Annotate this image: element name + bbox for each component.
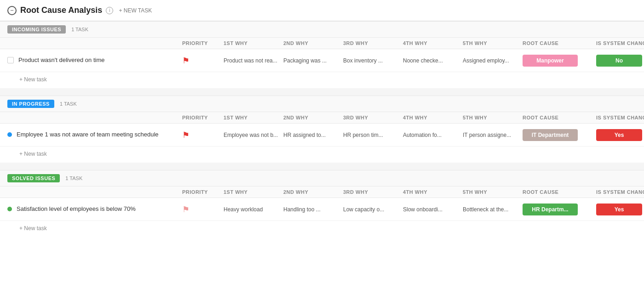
col-header-6: 5TH WHY [463, 115, 523, 120]
col-header-4: 3RD WHY [343, 189, 403, 195]
col-header-8: IS SYSTEM CHANGE REQUIRED? [596, 115, 644, 120]
task-count-inprogress: 1 TASK [60, 101, 637, 107]
section-badge-inprogress: IN PROGRESS [7, 100, 54, 108]
table-row[interactable]: Product wasn't delivered on time⚑Product… [0, 49, 644, 72]
system-change-cell: No [596, 55, 644, 67]
section-solved: SOLVED ISSUES1 TASKPRIORITY1ST WHY2ND WH… [0, 170, 644, 237]
why4-cell: Slow onboardi... [403, 206, 463, 213]
root-cause-badge: IT Department [523, 129, 578, 141]
task-checkbox[interactable] [7, 57, 14, 63]
col-header-1: PRIORITY [182, 40, 224, 46]
col-header-5: 4TH WHY [403, 115, 463, 120]
new-task-link[interactable]: + New task [19, 151, 47, 157]
col-header-6: 5TH WHY [463, 40, 523, 46]
root-cause-badge: Manpower [523, 55, 578, 67]
col-header-1: PRIORITY [182, 115, 224, 120]
why4-cell: Noone checke... [403, 57, 463, 64]
why3-cell: HR person tim... [343, 132, 403, 138]
new-task-row-incoming: + New task [0, 72, 644, 88]
page: Root Cause Analysis i + NEW TASK INCOMIN… [0, 0, 644, 294]
root-cause-cell: IT Department [523, 129, 596, 141]
system-change-cell: Yes [596, 204, 644, 215]
why2-cell: HR assigned to... [283, 132, 343, 138]
task-dot [7, 132, 12, 137]
col-header-1: PRIORITY [182, 189, 224, 195]
priority-flag-icon: ⚑ [182, 130, 190, 140]
section-header-inprogress: IN PROGRESS1 TASK [0, 96, 644, 112]
col-headers-incoming: PRIORITY1ST WHY2ND WHY3RD WHY4TH WHY5TH … [0, 38, 644, 49]
col-headers-solved: PRIORITY1ST WHY2ND WHY3RD WHY4TH WHY5TH … [0, 187, 644, 198]
col-header-2: 1ST WHY [224, 40, 283, 46]
col-header-2: 1ST WHY [224, 115, 283, 120]
col-header-5: 4TH WHY [403, 189, 463, 195]
collapse-icon[interactable] [7, 6, 17, 15]
priority-cell: ⚑ [182, 204, 224, 215]
why3-cell: Low capacity o... [343, 206, 403, 213]
priority-cell: ⚑ [182, 56, 224, 66]
col-header-3: 2ND WHY [283, 40, 343, 46]
system-change-badge: Yes [596, 204, 642, 215]
col-header-7: ROOT CAUSE [523, 189, 596, 195]
why4-cell: Automation fo... [403, 132, 463, 138]
col-header-7: ROOT CAUSE [523, 115, 596, 120]
priority-flag-icon: ⚑ [182, 56, 190, 66]
why1-cell: Employee was not b... [224, 132, 283, 138]
why2-cell: Packaging was ... [283, 57, 343, 64]
system-change-cell: Yes [596, 129, 644, 141]
section-header-incoming: INCOMING ISSUES1 TASK [0, 21, 644, 38]
page-header: Root Cause Analysis i + NEW TASK [0, 0, 644, 21]
system-change-badge: No [596, 55, 642, 67]
col-header-2: 1ST WHY [224, 189, 283, 195]
why5-cell: Assigned employ... [463, 57, 523, 64]
new-task-row-inprogress: + New task [0, 147, 644, 163]
root-cause-cell: HR Departm... [523, 204, 596, 215]
new-task-button[interactable]: + NEW TASK [119, 7, 152, 14]
task-name-cell: Satisfaction level of employees is below… [7, 205, 182, 213]
task-dot [7, 207, 12, 211]
section-incoming: INCOMING ISSUES1 TASKPRIORITY1ST WHY2ND … [0, 21, 644, 88]
task-count-incoming: 1 TASK [71, 27, 637, 32]
col-header-4: 3RD WHY [343, 40, 403, 46]
table-row[interactable]: Employee 1 was not aware of team meeting… [0, 124, 644, 147]
priority-cell: ⚑ [182, 130, 224, 140]
why5-cell: IT person assigne... [463, 132, 523, 138]
section-header-solved: SOLVED ISSUES1 TASK [0, 170, 644, 187]
why1-cell: Heavy workload [224, 206, 283, 213]
sections-container: INCOMING ISSUES1 TASKPRIORITY1ST WHY2ND … [0, 21, 644, 237]
task-name-cell: Product wasn't delivered on time [7, 57, 182, 64]
section-badge-incoming: INCOMING ISSUES [7, 25, 66, 34]
info-icon[interactable]: i [106, 7, 113, 14]
task-count-solved: 1 TASK [65, 175, 637, 181]
why2-cell: Handling too ... [283, 206, 343, 213]
task-name-cell: Employee 1 was not aware of team meeting… [7, 131, 182, 139]
root-cause-cell: Manpower [523, 55, 596, 67]
section-badge-solved: SOLVED ISSUES [7, 174, 60, 182]
task-name-label: Satisfaction level of employees is below… [17, 205, 136, 213]
why5-cell: Bottleneck at the... [463, 206, 523, 213]
system-change-badge: Yes [596, 129, 642, 141]
col-header-4: 3RD WHY [343, 115, 403, 120]
col-header-8: IS SYSTEM CHANGE REQUIRED? [596, 40, 644, 46]
why1-cell: Product was not rea... [224, 57, 283, 64]
task-name-label: Employee 1 was not aware of team meeting… [17, 131, 159, 139]
why3-cell: Box inventory ... [343, 57, 403, 64]
section-inprogress: IN PROGRESS1 TASKPRIORITY1ST WHY2ND WHY3… [0, 96, 644, 163]
table-row[interactable]: Satisfaction level of employees is below… [0, 198, 644, 221]
col-header-8: IS SYSTEM CHANGE REQUIRED? [596, 189, 644, 195]
col-header-6: 5TH WHY [463, 189, 523, 195]
col-header-3: 2ND WHY [283, 189, 343, 195]
col-header-3: 2ND WHY [283, 115, 343, 120]
new-task-row-solved: + New task [0, 221, 644, 237]
task-name-label: Product wasn't delivered on time [18, 57, 104, 64]
page-title: Root Cause Analysis [20, 6, 102, 15]
priority-flag-icon: ⚑ [182, 204, 190, 215]
new-task-link[interactable]: + New task [19, 76, 47, 83]
col-header-5: 4TH WHY [403, 40, 463, 46]
col-headers-inprogress: PRIORITY1ST WHY2ND WHY3RD WHY4TH WHY5TH … [0, 112, 644, 124]
new-task-link[interactable]: + New task [19, 225, 47, 232]
col-header-7: ROOT CAUSE [523, 40, 596, 46]
root-cause-badge: HR Departm... [523, 204, 578, 215]
